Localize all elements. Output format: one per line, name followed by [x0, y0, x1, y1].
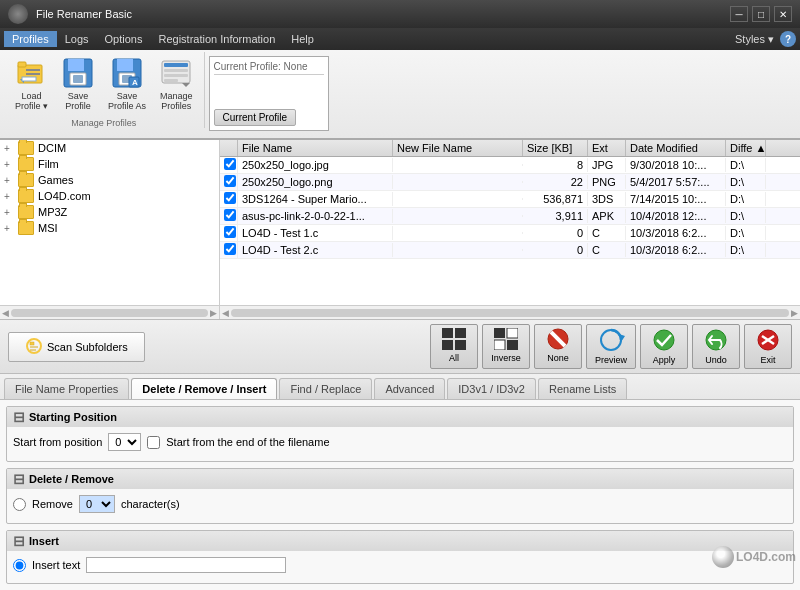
- table-row: LO4D - Test 2.c 0 C 10/3/2018 6:2... D:\: [220, 242, 800, 259]
- tree-item[interactable]: + DCIM: [0, 140, 219, 156]
- file-list[interactable]: File Name New File Name Size [KB] Ext Da…: [220, 140, 800, 305]
- file-ext-cell: C: [588, 243, 626, 257]
- insert-group: ⊟ Insert Insert text: [6, 530, 794, 584]
- menu-bar: Profiles Logs Options Registration Infor…: [0, 28, 800, 50]
- title-bar-controls: ─ □ ✕: [730, 6, 792, 22]
- file-diff-cell: D:\: [726, 226, 766, 240]
- all-button[interactable]: All: [430, 324, 478, 369]
- from-end-checkbox[interactable]: [147, 436, 160, 449]
- file-name-cell: 250x250_logo.jpg: [238, 158, 393, 172]
- file-hscroll[interactable]: ◀ ▶: [220, 306, 800, 319]
- file-list-header: File Name New File Name Size [KB] Ext Da…: [220, 140, 800, 157]
- help-icon[interactable]: ?: [780, 31, 796, 47]
- file-checkbox[interactable]: [220, 225, 238, 241]
- starting-position-title: ⊟ Starting Position: [7, 407, 793, 427]
- col-header-modified[interactable]: Date Modified: [626, 140, 726, 156]
- exit-button[interactable]: Exit: [744, 324, 792, 369]
- folder-icon: [18, 221, 34, 235]
- svg-rect-3: [26, 73, 40, 75]
- svg-rect-17: [164, 69, 188, 72]
- maximize-button[interactable]: □: [752, 6, 770, 22]
- expand-icon: +: [4, 159, 18, 170]
- svg-rect-18: [164, 74, 188, 77]
- tree-panel[interactable]: + DCIM + Film + Games + LO4D.com + MP3Z …: [0, 140, 220, 305]
- file-checkbox[interactable]: [220, 174, 238, 190]
- expand-icon: +: [4, 175, 18, 186]
- none-button[interactable]: None: [534, 324, 582, 369]
- tree-hscroll[interactable]: ◀ ▶: [0, 306, 220, 319]
- save-profile-as-button[interactable]: A SaveProfile As: [101, 52, 153, 116]
- tab-find-replace[interactable]: Find / Replace: [279, 378, 372, 399]
- apply-button[interactable]: Apply: [640, 324, 688, 369]
- tab-file-name-properties[interactable]: File Name Properties: [4, 378, 129, 399]
- svg-rect-8: [73, 75, 83, 83]
- file-name-cell: 3DS1264 - Super Mario...: [238, 192, 393, 206]
- manage-profiles-button[interactable]: ManageProfiles: [153, 52, 200, 116]
- tab-rename-lists[interactable]: Rename Lists: [538, 378, 627, 399]
- tab-advanced[interactable]: Advanced: [374, 378, 445, 399]
- scroll-row: ◀ ▶ ◀ ▶: [0, 305, 800, 319]
- table-row: asus-pc-link-2-0-0-22-1... 3,911 APK 10/…: [220, 208, 800, 225]
- minimize-button[interactable]: ─: [730, 6, 748, 22]
- save-profile-button[interactable]: SaveProfile: [55, 52, 101, 116]
- app-icon: [8, 4, 28, 24]
- col-header-ext[interactable]: Ext: [588, 140, 626, 156]
- file-modified-cell: 5/4/2017 5:57:...: [626, 175, 726, 189]
- undo-button[interactable]: Undo: [692, 324, 740, 369]
- menu-item-registration[interactable]: Registration Information: [150, 31, 283, 47]
- main-content: + DCIM + Film + Games + LO4D.com + MP3Z …: [0, 140, 800, 305]
- table-row: 3DS1264 - Super Mario... 536,871 3DS 7/1…: [220, 191, 800, 208]
- tree-item-label: Film: [38, 158, 59, 170]
- col-header-newname[interactable]: New File Name: [393, 140, 523, 156]
- svg-rect-1: [18, 62, 26, 67]
- remove-radio[interactable]: [13, 498, 26, 511]
- file-ext-cell: APK: [588, 209, 626, 223]
- scan-subfolders-button[interactable]: Scan Subfolders: [8, 332, 145, 362]
- menu-item-help[interactable]: Help: [283, 31, 322, 47]
- load-profile-button[interactable]: LoadProfile ▾: [8, 52, 55, 116]
- close-button[interactable]: ✕: [774, 6, 792, 22]
- characters-label: character(s): [121, 498, 180, 510]
- insert-radio[interactable]: [13, 559, 26, 572]
- file-ext-cell: JPG: [588, 158, 626, 172]
- insert-body: Insert text: [7, 551, 793, 583]
- insert-text-input[interactable]: [86, 557, 286, 573]
- file-ext-cell: PNG: [588, 175, 626, 189]
- svg-rect-24: [442, 340, 453, 350]
- svg-rect-22: [442, 328, 453, 338]
- current-profile-button[interactable]: Current Profile: [214, 109, 296, 126]
- tab-id3v1-id3v2[interactable]: ID3v1 / ID3v2: [447, 378, 536, 399]
- menu-item-logs[interactable]: Logs: [57, 31, 97, 47]
- action-buttons: All Inverse None: [430, 324, 792, 369]
- expand-icon: +: [4, 191, 18, 202]
- file-size-cell: 0: [523, 226, 588, 240]
- tree-item[interactable]: + Film: [0, 156, 219, 172]
- menu-item-options[interactable]: Options: [97, 31, 151, 47]
- tree-item[interactable]: + LO4D.com: [0, 188, 219, 204]
- file-checkbox[interactable]: [220, 191, 238, 207]
- col-header-diff[interactable]: Diffe ▲: [726, 140, 766, 156]
- styles-dropdown[interactable]: Styles ▾ ?: [735, 31, 796, 47]
- file-checkbox[interactable]: [220, 208, 238, 224]
- all-label: All: [449, 353, 459, 363]
- remove-label: Remove: [32, 498, 73, 510]
- file-checkbox[interactable]: [220, 157, 238, 173]
- preview-button[interactable]: Preview: [586, 324, 636, 369]
- position-select[interactable]: 012: [108, 433, 141, 451]
- tree-item[interactable]: + Games: [0, 172, 219, 188]
- char-count-select[interactable]: 012: [79, 495, 115, 513]
- file-name-cell: LO4D - Test 1.c: [238, 226, 393, 240]
- watermark: LO4D.com: [712, 546, 796, 568]
- tree-item-label: Games: [38, 174, 73, 186]
- tree-item[interactable]: + MSI: [0, 220, 219, 236]
- delete-remove-title: ⊟ Delete / Remove: [7, 469, 793, 489]
- col-header-size[interactable]: Size [KB]: [523, 140, 588, 156]
- col-header-filename[interactable]: File Name: [238, 140, 393, 156]
- menu-item-profiles[interactable]: Profiles: [4, 31, 57, 47]
- tree-item[interactable]: + MP3Z: [0, 204, 219, 220]
- file-checkbox[interactable]: [220, 242, 238, 258]
- tab-delete-remove-insert[interactable]: Delete / Remove / Insert: [131, 378, 277, 399]
- inverse-button[interactable]: Inverse: [482, 324, 530, 369]
- profiles-ribbon: LoadProfile ▾ SaveProfile: [0, 50, 800, 140]
- folder-icon: [18, 157, 34, 171]
